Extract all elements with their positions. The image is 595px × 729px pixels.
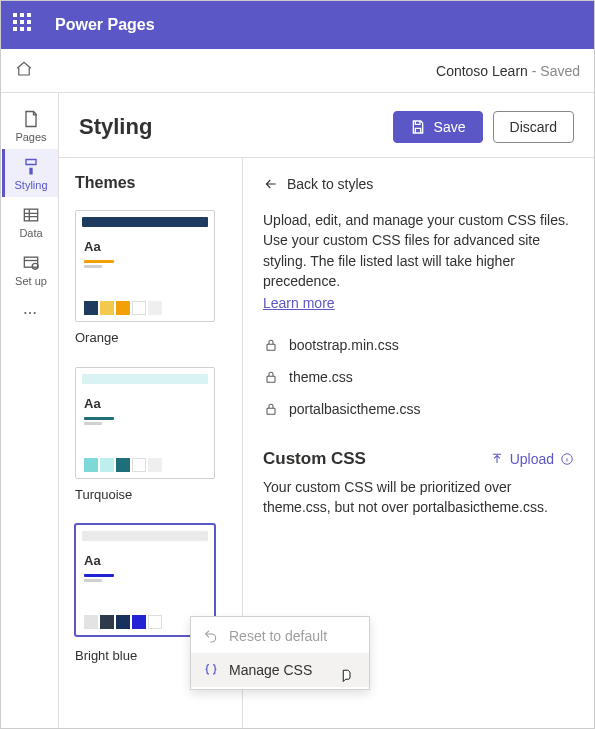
menu-label: Reset to default	[229, 628, 327, 644]
app-header: Power Pages	[1, 1, 594, 49]
rail-item-setup[interactable]: Set up	[2, 245, 58, 293]
content-header: Styling Save Discard	[59, 93, 594, 158]
theme-name: Orange	[75, 330, 228, 345]
upload-icon	[490, 452, 504, 466]
css-file-row[interactable]: bootstrap.min.css	[263, 329, 574, 361]
info-icon[interactable]	[560, 452, 574, 466]
app-launcher-icon[interactable]	[13, 13, 37, 37]
svg-point-3	[24, 312, 26, 314]
svg-point-5	[33, 312, 35, 314]
save-label: Save	[434, 119, 466, 135]
upload-label: Upload	[510, 451, 554, 467]
lock-icon	[263, 337, 279, 353]
css-file-name: portalbasictheme.css	[289, 401, 421, 417]
menu-item-manage-css[interactable]: Manage CSS	[191, 653, 369, 687]
css-file-row[interactable]: theme.css	[263, 361, 574, 393]
themes-title: Themes	[75, 174, 228, 192]
save-button[interactable]: Save	[393, 111, 483, 143]
rail-item-data[interactable]: Data	[2, 197, 58, 245]
lock-icon	[263, 401, 279, 417]
rail-more-icon[interactable]	[14, 297, 46, 332]
svg-rect-0	[24, 209, 37, 221]
svg-rect-10	[267, 377, 275, 383]
braces-icon	[203, 662, 219, 678]
page-icon	[21, 109, 41, 129]
svg-rect-11	[267, 409, 275, 415]
rail-item-styling[interactable]: Styling	[2, 149, 58, 197]
page-title: Styling	[79, 114, 393, 140]
save-status: - Saved	[528, 63, 580, 79]
custom-css-title: Custom CSS	[263, 449, 490, 469]
learn-more-link[interactable]: Learn more	[263, 295, 335, 311]
theme-name: Bright blue	[75, 648, 204, 663]
home-icon[interactable]	[15, 60, 33, 81]
rail-label: Pages	[15, 131, 46, 143]
upload-link[interactable]: Upload	[490, 451, 574, 467]
save-icon	[410, 119, 426, 135]
back-to-styles-link[interactable]: Back to styles	[263, 176, 373, 192]
custom-css-header: Custom CSS Upload	[263, 449, 574, 469]
svg-point-4	[28, 312, 30, 314]
left-rail: Pages Styling Data Set up	[1, 93, 59, 729]
discard-button[interactable]: Discard	[493, 111, 574, 143]
rail-label: Data	[19, 227, 42, 239]
undo-icon	[203, 628, 219, 644]
setup-icon	[21, 253, 41, 273]
theme-thumbnail: Aa	[75, 367, 215, 479]
lock-icon	[263, 369, 279, 385]
arrow-left-icon	[263, 176, 279, 192]
css-file-name: theme.css	[289, 369, 353, 385]
table-icon	[21, 205, 41, 225]
rail-label: Set up	[15, 275, 47, 287]
rail-label: Styling	[14, 179, 47, 191]
svg-rect-1	[24, 257, 37, 267]
site-status: Contoso Learn - Saved	[436, 63, 580, 79]
menu-label: Manage CSS	[229, 662, 312, 678]
discard-label: Discard	[510, 119, 557, 135]
css-file-row[interactable]: portalbasictheme.css	[263, 393, 574, 425]
app-title: Power Pages	[55, 16, 155, 34]
menu-item-reset[interactable]: Reset to default	[191, 619, 369, 653]
svg-rect-9	[267, 345, 275, 351]
rail-item-pages[interactable]: Pages	[2, 101, 58, 149]
back-label: Back to styles	[287, 176, 373, 192]
brush-icon	[21, 157, 41, 177]
theme-context-menu: Reset to default Manage CSS	[190, 616, 370, 690]
theme-card-orange[interactable]: Aa Orange	[75, 210, 228, 345]
site-bar: Contoso Learn - Saved	[1, 49, 594, 93]
css-description: Upload, edit, and manage your custom CSS…	[263, 210, 574, 291]
custom-css-description: Your custom CSS will be prioritized over…	[263, 477, 574, 518]
theme-thumbnail: Aa	[75, 210, 215, 322]
theme-name: Turquoise	[75, 487, 228, 502]
site-name: Contoso Learn	[436, 63, 528, 79]
theme-card-turquoise[interactable]: Aa Turquoise	[75, 367, 228, 502]
css-file-name: bootstrap.min.css	[289, 337, 399, 353]
